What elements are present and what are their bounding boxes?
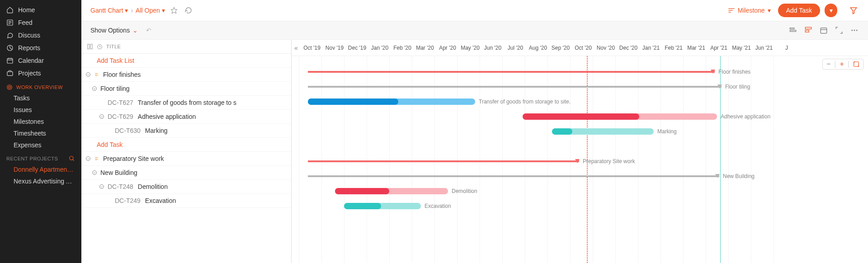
sidebar-section-recent: RECENT PROJECTS [0,151,81,164]
task-title: Preparatory Site work [103,155,164,162]
filter-selector[interactable]: All Open ▾ [136,7,165,14]
projects-icon [6,70,14,77]
collapse-icon[interactable] [91,86,98,91]
task-row[interactable]: New Building [81,166,291,180]
month-header: Oct '19 [301,45,323,51]
task-row[interactable]: DC-T248Demolition [81,180,291,194]
filter-icon[interactable] [848,5,859,16]
collapse-icon[interactable] [91,170,98,175]
clock-icon [97,44,103,50]
gantt-task-bar[interactable]: Transfer of goods from storage to site. [308,99,475,105]
calendar-icon [6,57,14,64]
sidebar-item-feed[interactable]: Feed [0,16,81,29]
task-row[interactable]: DC-T627Transfer of goods from storage to… [81,96,291,110]
gantt-task-bar[interactable]: Adhesive application [523,113,717,120]
month-header: Jun '21 [753,45,775,51]
more-icon[interactable] [850,26,859,35]
sidebar-project[interactable]: Nexus Advertising Agen [0,175,81,187]
svg-point-35 [93,87,97,91]
sidebar-section-work: WORK OVERVIEW [0,80,81,92]
refresh-icon[interactable] [183,5,194,16]
sidebar-item-calendar[interactable]: Calendar [0,54,81,67]
sidebar-item-discuss[interactable]: Discuss [0,29,81,42]
zoom-out-button[interactable]: − [823,59,834,69]
gantt-row [292,139,868,154]
gantt-row: Marking [292,124,868,139]
caret-down-icon: ▾ [768,7,771,14]
sidebar-item-expenses[interactable]: Expenses [0,139,81,151]
sidebar-item-timesheets[interactable]: Timesheets [0,127,81,139]
svg-point-26 [854,30,855,31]
view-mode-1-icon[interactable] [788,26,797,35]
task-row[interactable]: Preparatory Site work [81,152,291,166]
gantt-task-bar[interactable]: Excavation [344,203,421,209]
search-icon[interactable] [69,155,75,162]
gantt-row: New Building [292,169,868,183]
scroll-left-icon[interactable]: « [292,44,301,52]
sidebar: HomeFeedDiscussReportsCalendarProjects W… [0,0,81,263]
task-row[interactable]: DC-T249Excavation [81,194,291,208]
zoom-fit-button[interactable] [849,60,863,68]
add-task-dropdown[interactable]: ▾ [825,4,837,17]
fullscreen-icon[interactable] [835,26,844,35]
task-title: Excavation [145,197,176,204]
gantt-summary-bar[interactable]: Floor finishes [308,71,715,73]
collapse-icon[interactable] [99,114,105,119]
task-row[interactable]: Floor tiling [81,82,291,96]
undo-icon[interactable]: ↶ [143,25,154,36]
sidebar-item-label: Discuss [18,32,40,39]
svg-rect-43 [854,62,859,67]
collapse-icon[interactable] [99,184,105,189]
svg-point-31 [86,73,90,77]
expand-icon[interactable] [87,43,93,50]
sidebar-item-issues[interactable]: Issues [0,104,81,116]
gantt-task-bar[interactable]: Marking [552,128,654,135]
svg-rect-23 [821,28,827,33]
show-options-toggle[interactable]: Show Options ⌄ [90,27,138,34]
star-icon[interactable] [169,5,179,16]
gantt-body[interactable]: − | + | Floor finishesFloor tilingTransf… [292,56,868,263]
calendar-icon[interactable] [819,26,828,35]
add-task-button[interactable]: Add Task [778,4,820,17]
chevron-right-icon: › [131,7,133,14]
sidebar-item-home[interactable]: Home [0,4,81,16]
svg-point-27 [856,30,858,31]
gantt-summary-bar[interactable]: New Building [308,175,719,177]
svg-rect-19 [790,28,794,29]
gantt-bar-label: Adhesive application [721,113,770,120]
task-row[interactable]: Floor finishes [81,68,291,82]
milestone-button[interactable]: Milestone ▾ [724,5,774,16]
recent-projects-label: RECENT PROJECTS [6,156,58,161]
task-row[interactable]: DC-T630Marking [81,124,291,138]
task-row[interactable]: DC-T629Adhesive application [81,110,291,124]
collapse-icon[interactable] [85,156,91,161]
month-header: Apr '21 [708,45,730,51]
gantt-row: Excavation [292,198,868,213]
add-task-link[interactable]: Add Task [81,138,291,152]
sidebar-item-tasks[interactable]: Tasks [0,92,81,104]
view-selector[interactable]: Gantt Chart ▾ [90,7,128,14]
gantt-summary-bar[interactable]: Preparatory Site work [308,160,579,162]
sidebar-item-projects[interactable]: Projects [0,67,81,80]
task-title: Floor finishes [103,71,141,78]
view-mode-2-icon[interactable] [804,26,813,35]
month-header: May '20 [459,45,481,51]
month-header: Oct '20 [572,45,594,51]
collapse-icon[interactable] [85,72,91,77]
sidebar-item-reports[interactable]: Reports [0,42,81,54]
gantt-task-bar[interactable]: Demolition [335,188,448,194]
svg-point-36 [100,115,104,119]
sidebar-item-label: Feed [18,19,33,26]
feed-icon [6,19,14,26]
zoom-in-button[interactable]: + [836,59,848,69]
sidebar-item-milestones[interactable]: Milestones [0,116,81,127]
caret-down-icon: ▾ [125,7,128,14]
svg-point-10 [7,85,12,90]
content: TITLE Add Task List Floor finishesFloor … [81,40,868,263]
add-task-list-link[interactable]: Add Task List [81,54,291,68]
svg-rect-9 [7,72,13,76]
sidebar-project[interactable]: Donnelly Apartments C [0,164,81,175]
svg-marker-18 [850,8,857,14]
gantt-summary-bar[interactable]: Floor tiling [308,86,722,88]
task-list-body: Add Task List Floor finishesFloor tiling… [81,54,291,263]
